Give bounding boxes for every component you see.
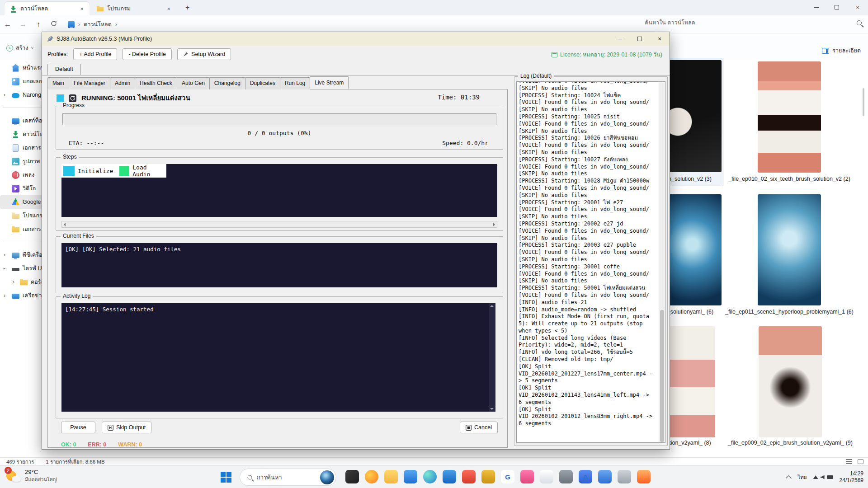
cancel-button[interactable]: Cancel (460, 422, 498, 433)
taskbar-app-icon[interactable] (520, 470, 534, 483)
language-indicator[interactable]: ไทย (798, 473, 807, 481)
taskbar-clock[interactable]: 14:29 24/1/2569 (840, 470, 863, 484)
breadcrumb-folder[interactable]: ดาวน์โหลด (84, 20, 111, 29)
app-title-bar[interactable]: SJ88 AutoBatch v26.5.3 (Multi-Profile) × (42, 32, 670, 46)
notebook-tab[interactable]: Main (47, 77, 69, 89)
start-button[interactable] (221, 472, 231, 483)
taskbar-app-icon[interactable] (462, 470, 476, 483)
tray-chevron-up-icon[interactable] (786, 475, 792, 481)
app-close-button[interactable]: × (650, 32, 670, 46)
pause-button[interactable]: Pause (61, 422, 95, 433)
app-minimize-button[interactable] (610, 32, 630, 46)
explorer-search-box[interactable]: ค้นหาใน ดาวน์โหลด (645, 18, 862, 27)
sidebar-item[interactable] (3, 242, 42, 242)
thumbnail-view-icon[interactable] (858, 459, 863, 464)
taskbar-app-icon[interactable] (540, 470, 553, 483)
log-scrollbar-thumb[interactable] (660, 310, 664, 442)
taskbar-app-icon[interactable] (384, 470, 398, 483)
explorer-close-button[interactable]: × (847, 0, 868, 14)
sidebar-item[interactable]: Google (0, 195, 45, 209)
chevron-right-icon[interactable]: › (4, 292, 5, 299)
scroll-up-icon[interactable] (490, 305, 494, 307)
taskbar-search[interactable]: การค้นหา (240, 469, 336, 486)
taskbar-app-icon[interactable] (443, 470, 456, 483)
sidebar-item[interactable]: รูปภาพ (0, 155, 45, 168)
search-icon[interactable] (857, 20, 862, 25)
sidebar-item[interactable]: › ไดรฟ์ USB (0, 262, 45, 275)
sidebar-item[interactable]: › Narong (0, 88, 45, 102)
taskbar-app-icon[interactable] (618, 470, 631, 483)
taskbar-app-icon[interactable]: G (501, 470, 514, 483)
sidebar-item[interactable]: หน้าแรก (0, 61, 45, 75)
sidebar-item[interactable]: วิดีโอ (0, 182, 45, 195)
up-button[interactable]: ↑ (31, 20, 46, 28)
notebook-tab[interactable]: Run Log (280, 77, 310, 89)
setup-wizard-button[interactable]: Setup Wizard (177, 48, 231, 60)
activity-log-scrollbar[interactable] (489, 303, 495, 412)
log-scrollbar[interactable] (659, 82, 665, 442)
file-label[interactable]: _file_ep009_02_epic_brush_solution_v2yam… (713, 439, 867, 447)
forward-button[interactable]: → (15, 20, 31, 28)
file-thumbnail[interactable] (758, 194, 821, 305)
scroll-down-icon[interactable] (490, 408, 494, 410)
new-tab-button[interactable]: + (181, 4, 194, 14)
sidebar-item[interactable]: แกลเลอรี (0, 75, 45, 88)
taskbar-app-icon[interactable]: A (579, 470, 592, 483)
notebook-tab[interactable]: Auto Gen (177, 77, 210, 89)
taskbar-app-icon[interactable] (559, 470, 573, 483)
taskbar-app-icon[interactable] (365, 470, 378, 483)
scroll-left-icon[interactable] (64, 223, 66, 226)
sidebar-item[interactable]: › คอร์สตี (0, 275, 45, 289)
delete-profile-button[interactable]: - Delete Profile (123, 48, 172, 60)
skip-output-button[interactable]: Skip Output (102, 422, 151, 433)
add-profile-button[interactable]: + Add Profile (73, 48, 117, 60)
weather-widget[interactable]: 2 29°C มีแดดส่วนใหญ่ (5, 468, 57, 483)
file-thumbnail[interactable] (759, 326, 822, 437)
taskbar-app-icon[interactable] (404, 470, 417, 483)
steps-horizontal-scrollbar[interactable] (61, 221, 497, 228)
sidebar-item[interactable]: เพลง (0, 168, 45, 182)
sidebar-item[interactable]: โปรแกรม (0, 209, 45, 222)
notebook-tab[interactable]: Changelog (209, 77, 245, 89)
chevron-right-icon[interactable]: › (4, 92, 5, 98)
back-button[interactable]: ← (0, 20, 15, 28)
profile-tab-default[interactable]: Default (47, 64, 81, 75)
tab-close-icon[interactable]: × (78, 5, 86, 12)
taskbar-app-icon[interactable] (345, 470, 359, 483)
file-label[interactable]: _file_ep010_02_six_teeth_brush_solution_… (713, 175, 865, 183)
sidebar-item[interactable]: › พีซีเครื่องนี้ (0, 248, 45, 262)
content-scrollbar[interactable] (863, 88, 864, 116)
breadcrumb[interactable]: › ดาวน์โหลด › (68, 20, 117, 29)
search-highlight-image[interactable] (320, 470, 334, 484)
taskbar-app-icon[interactable] (637, 470, 651, 483)
file-label[interactable]: _file_ep011_scene1_hyperloop_problemyaml… (713, 308, 865, 316)
create-new-button[interactable]: + สร้าง ˅ (6, 43, 33, 52)
scroll-right-icon[interactable] (493, 223, 495, 226)
notebook-tab[interactable]: Health Check (135, 77, 177, 89)
chevron-right-icon[interactable]: › (4, 252, 5, 258)
sidebar-item[interactable]: › เครือข่าย (0, 289, 45, 302)
taskbar-app-icon[interactable] (423, 470, 437, 483)
details-toggle-button[interactable]: รายละเอียด (822, 46, 861, 55)
sidebar-item[interactable]: เดสก์ท็อป (0, 114, 45, 127)
taskbar-app-icon[interactable] (481, 470, 495, 483)
sidebar-item[interactable]: ดาวน์โหลด (0, 127, 45, 141)
notebook-tab[interactable]: Live Stream (310, 76, 349, 89)
explorer-minimize-button[interactable] (806, 0, 826, 14)
taskbar-app-icon[interactable] (598, 470, 612, 483)
file-thumbnail[interactable] (758, 61, 821, 173)
sidebar-item[interactable]: เอกสาร (0, 141, 45, 155)
sidebar-item[interactable]: เอกสาร (0, 222, 45, 236)
chevron-right-icon[interactable]: › (13, 279, 14, 285)
network-volume-battery-icons[interactable] (813, 475, 833, 479)
details-view-icon[interactable] (846, 459, 852, 464)
explorer-tab[interactable]: ดาวน์โหลด × (5, 2, 90, 15)
log-console[interactable]: [VOICE] Found 0 files in vdo_long_sound/… (516, 81, 665, 443)
app-maximize-button[interactable] (630, 32, 650, 46)
refresh-button[interactable] (46, 20, 61, 28)
explorer-maximize-button[interactable] (826, 0, 847, 14)
notebook-tab[interactable]: Duplicates (245, 77, 280, 89)
sidebar-item[interactable] (3, 108, 42, 108)
tab-close-icon[interactable]: × (165, 5, 173, 12)
chevron-right-icon[interactable]: › (1, 267, 8, 269)
